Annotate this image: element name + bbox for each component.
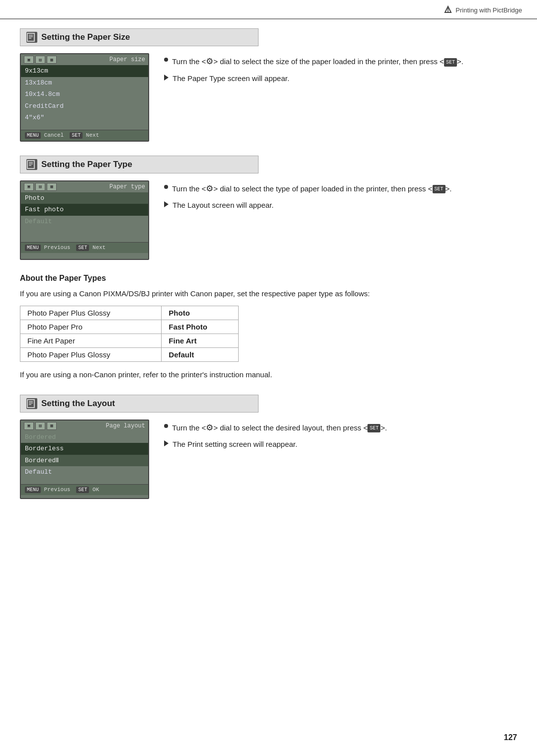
lcd-title-bar-layout: ▣ ▤ ▦ Page layout bbox=[21, 420, 148, 431]
lcd-footer-next-type: SET Next bbox=[76, 245, 105, 251]
section-title-paper-size: Setting the Paper Size bbox=[41, 32, 130, 42]
lcd-footer-type: MENU Previous SET Next bbox=[21, 242, 148, 253]
desc-paper-size: Turn the <⚙> dial to select the size of … bbox=[164, 53, 517, 89]
lcd-footer-size: MENU Cancel SET Next bbox=[21, 130, 148, 141]
lcd-paper-type: ▣ ▤ ▦ Paper type Photo Fast photo Defaul… bbox=[20, 180, 149, 260]
svg-rect-13 bbox=[29, 404, 31, 405]
lcd-layout: ▣ ▤ ▦ Page layout Bordered Borderless Bo… bbox=[20, 420, 149, 499]
lcd-item-borderless: Borderless bbox=[21, 443, 148, 455]
bullet-dot-layout-1 bbox=[164, 424, 168, 428]
para-paper-types-note: If you are using a non-Canon printer, re… bbox=[20, 369, 517, 381]
lcd-icons-size: ▣ ▤ ▦ bbox=[24, 56, 57, 64]
desc-text-size-2: The Paper Type screen will appear. bbox=[173, 73, 289, 84]
lcd-title-size: Paper size bbox=[109, 56, 145, 63]
table-cell-type-3: Fine Art bbox=[162, 334, 239, 347]
lcd-item-10x14: 10x14.8cm bbox=[21, 88, 148, 100]
table-row: Photo Paper Plus Glossy Photo bbox=[20, 306, 239, 320]
table-cell-paper-3: Fine Art Paper bbox=[20, 334, 162, 347]
table-cell-paper-1: Photo Paper Plus Glossy bbox=[20, 306, 162, 320]
desc-bullet-layout-1: Turn the <⚙> dial to select the desired … bbox=[164, 421, 517, 434]
svg-rect-2 bbox=[27, 33, 34, 41]
lcd-paper-size: ▣ ▤ ▦ Paper size 9x13cm 13x18cm 10x14.8c… bbox=[20, 53, 149, 142]
arrow-triangle-layout-2 bbox=[164, 440, 169, 446]
lcd-icon-l1: ▣ bbox=[24, 422, 34, 430]
section-icon-paper-size bbox=[26, 32, 37, 43]
lcd-title-layout: Page layout bbox=[106, 422, 145, 429]
desc-paper-type: Turn the <⚙> dial to select the type of … bbox=[164, 180, 517, 216]
table-cell-type-4: Default bbox=[162, 347, 239, 361]
desc-text-layout-2: The Print setting screen will reappear. bbox=[173, 439, 297, 450]
table-row: Fine Art Paper Fine Art bbox=[20, 334, 239, 347]
paper-type-row: ▣ ▤ ▦ Paper type Photo Fast photo Defaul… bbox=[20, 180, 517, 260]
set-inline-size: SET bbox=[444, 58, 457, 67]
lcd-item-default: Default bbox=[21, 216, 148, 228]
lcd-icon-2: ▤ bbox=[35, 56, 45, 64]
section-paper-size: Setting the Paper Size ▣ ▤ ▦ Paper size … bbox=[20, 28, 517, 142]
table-row: Photo Paper Pro Fast Photo bbox=[20, 320, 239, 334]
section-layout: Setting the Layout ▣ ▤ ▦ Page layout Bor… bbox=[20, 395, 517, 499]
set-inline-layout: SET bbox=[367, 424, 380, 432]
desc-arrow-size-2: The Paper Type screen will appear. bbox=[164, 73, 517, 84]
page-header: Printing with PictBridge bbox=[0, 0, 537, 19]
lcd-footer-prev-layout: MENU Previous bbox=[25, 487, 70, 493]
arrow-triangle-size-2 bbox=[164, 75, 169, 81]
lcd-item-fast-photo: Fast photo bbox=[21, 204, 148, 216]
desc-layout: Turn the <⚙> dial to select the desired … bbox=[164, 420, 517, 455]
lcd-item-bordered2: BorderedⅡ bbox=[21, 455, 148, 467]
svg-rect-4 bbox=[29, 36, 33, 37]
lcd-item-creditcard: CreditCard bbox=[21, 100, 148, 112]
lcd-icons-type: ▣ ▤ ▦ bbox=[24, 183, 57, 191]
desc-text-size-1: Turn the <⚙> dial to select the size of … bbox=[172, 55, 463, 68]
table-cell-paper-2: Photo Paper Pro bbox=[20, 320, 162, 334]
table-row: Photo Paper Plus Glossy Default bbox=[20, 347, 239, 361]
svg-rect-5 bbox=[29, 38, 31, 39]
layout-row: ▣ ▤ ▦ Page layout Bordered Borderless Bo… bbox=[20, 420, 517, 499]
main-content: Setting the Paper Size ▣ ▤ ▦ Paper size … bbox=[0, 28, 537, 533]
paper-size-row: ▣ ▤ ▦ Paper size 9x13cm 13x18cm 10x14.8c… bbox=[20, 53, 517, 142]
table-cell-type-2: Fast Photo bbox=[162, 320, 239, 334]
lcd-icons-layout: ▣ ▤ ▦ bbox=[24, 422, 57, 430]
lcd-footer-layout: MENU Previous SET OK bbox=[21, 484, 148, 495]
lcd-icon-t2: ▤ bbox=[35, 183, 45, 191]
svg-rect-3 bbox=[29, 35, 33, 36]
set-key-type: SET bbox=[76, 245, 89, 251]
header-text: Printing with PictBridge bbox=[455, 6, 522, 14]
page-number: 127 bbox=[504, 733, 517, 742]
menu-key-type: MENU bbox=[25, 245, 41, 251]
table-cell-type-1: Photo bbox=[162, 306, 239, 320]
desc-text-type-1: Turn the <⚙> dial to select the type of … bbox=[172, 182, 451, 195]
lcd-item-default-layout: Default bbox=[21, 466, 148, 478]
set-key-layout: SET bbox=[76, 487, 89, 493]
section-heading-layout: Setting the Layout bbox=[20, 395, 259, 413]
svg-rect-9 bbox=[29, 165, 31, 166]
svg-rect-11 bbox=[29, 401, 33, 402]
about-paper-types: About the Paper Types If you are using a… bbox=[20, 274, 517, 381]
lcd-icon-t1: ▣ bbox=[24, 183, 34, 191]
menu-key-layout: MENU bbox=[25, 487, 41, 493]
section-title-paper-type: Setting the Paper Type bbox=[41, 160, 132, 169]
lcd-title-bar-type: ▣ ▤ ▦ Paper type bbox=[21, 181, 148, 192]
lcd-icon-3: ▦ bbox=[47, 56, 57, 64]
para-paper-types-intro: If you are using a Canon PIXMA/DS/BJ pri… bbox=[20, 288, 517, 300]
sub-heading-paper-types: About the Paper Types bbox=[20, 274, 517, 283]
table-cell-paper-4: Photo Paper Plus Glossy bbox=[20, 347, 162, 361]
set-key-size: SET bbox=[70, 132, 83, 139]
lcd-footer-ok-layout: SET OK bbox=[76, 487, 99, 493]
lcd-item-9x13: 9x13cm bbox=[21, 65, 148, 77]
svg-rect-8 bbox=[29, 164, 33, 165]
lcd-item-13x18: 13x18cm bbox=[21, 77, 148, 89]
svg-rect-10 bbox=[27, 400, 34, 408]
pictbridge-icon bbox=[444, 5, 452, 15]
bullet-dot-size-1 bbox=[164, 58, 168, 62]
svg-rect-7 bbox=[29, 162, 33, 163]
lcd-footer-prev-type: MENU Previous bbox=[25, 245, 70, 251]
lcd-footer-cancel: MENU Cancel bbox=[25, 132, 64, 139]
paper-types-table: Photo Paper Plus Glossy Photo Photo Pape… bbox=[20, 306, 239, 362]
svg-rect-6 bbox=[27, 161, 34, 168]
desc-arrow-layout-2: The Print setting screen will reappear. bbox=[164, 439, 517, 450]
lcd-footer-next-size: SET Next bbox=[70, 132, 99, 139]
section-icon-layout bbox=[26, 398, 37, 409]
lcd-title-bar-size: ▣ ▤ ▦ Paper size bbox=[21, 54, 148, 65]
section-heading-paper-size: Setting the Paper Size bbox=[20, 28, 259, 46]
lcd-icon-l2: ▤ bbox=[35, 422, 45, 430]
